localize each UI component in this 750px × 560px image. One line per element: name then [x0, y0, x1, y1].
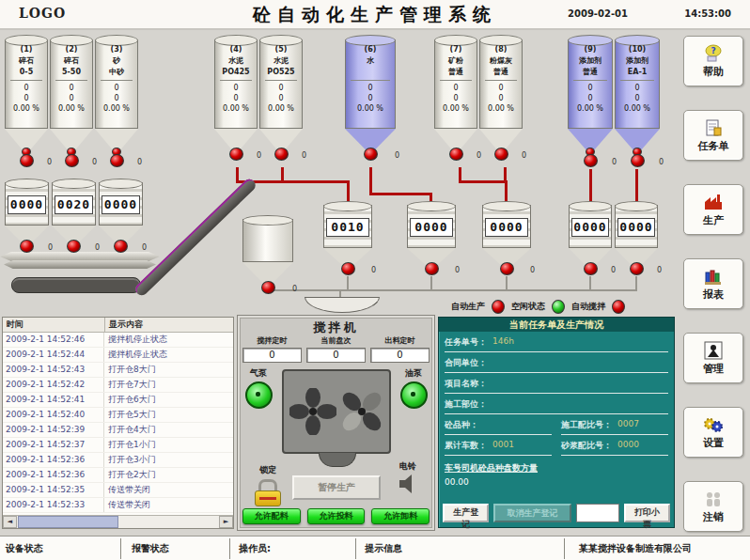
silo-funnel	[479, 129, 523, 149]
log-message: 传送带关闭	[104, 483, 233, 497]
silo-percent: 0.00 %	[260, 103, 302, 114]
column-header: 盘数	[504, 462, 521, 474]
horizontal-scrollbar[interactable]: ◄ ►	[3, 515, 233, 528]
inclined-conveyor-belt[interactable]	[133, 177, 258, 298]
log-row[interactable]: 2009-2-1 14:52:39 打开仓4大门	[3, 423, 233, 438]
gate-valve-indicator[interactable]	[494, 148, 508, 161]
log-message: 搅拌机停止状态	[104, 348, 233, 362]
silo: (7) 矿粉 普通 0 0 0.00 % 0	[434, 39, 477, 161]
log-time: 2009-2-1 14:52:46	[3, 333, 104, 347]
settings-button[interactable]: 设置	[683, 407, 743, 458]
production-register-button[interactable]: 生产登记	[443, 504, 489, 522]
water-weigh-hopper: 0000 0	[407, 205, 456, 275]
silo-value: 0	[6, 93, 47, 103]
task-field-value: 0000	[617, 440, 639, 455]
task-field-label: 砂浆配比号：	[561, 440, 612, 455]
gate-valve-indicator[interactable]	[364, 148, 378, 161]
gate-valve-indicator[interactable]	[584, 154, 598, 167]
task-orders-button[interactable]: 任务单	[683, 110, 743, 161]
pause-production-button[interactable]: 暂停生产	[292, 475, 381, 500]
task-input-field[interactable]	[576, 504, 619, 522]
silo-number: (9)	[569, 44, 612, 55]
log-row[interactable]: 2009-2-1 14:52:40 打开仓5大门	[3, 408, 233, 423]
log-row[interactable]: 2009-2-1 14:52:42 打开仓7大门	[3, 378, 233, 393]
silo-spec: 普通	[435, 67, 477, 78]
page-title: 砼自动化生产管理系统	[253, 3, 497, 27]
flat-conveyor-belt[interactable]	[11, 277, 141, 293]
air-pump-indicator[interactable]	[245, 381, 273, 409]
gate-valve-indicator[interactable]	[261, 281, 275, 294]
allow-button[interactable]: 允许卸料	[371, 508, 430, 524]
task-buttons: 生产登记 取消生产登记 打印小票	[443, 504, 670, 522]
gate-valve-indicator[interactable]	[425, 262, 439, 275]
weighing-tray	[0, 252, 160, 261]
gate-valve-indicator[interactable]	[65, 154, 79, 167]
production-button[interactable]: 生产	[683, 184, 743, 235]
schematic-stage: (1) 碎石 0-5 0 0 0.00 % 0	[0, 30, 750, 536]
gate-valve-indicator[interactable]	[631, 154, 645, 167]
task-field-value: 146h	[492, 336, 514, 351]
gate-valve-indicator[interactable]	[20, 154, 34, 167]
log-row[interactable]: 2009-2-1 14:52:33 传送带关闭	[3, 498, 233, 513]
speaker-icon[interactable]	[398, 473, 418, 495]
additive-silo-group: (9) 添加剂 普通 0 0 0.00 % 0	[568, 39, 660, 167]
gate-valve-indicator[interactable]	[630, 262, 644, 275]
padlock-icon[interactable]	[255, 490, 281, 506]
weight-display: 0010	[326, 218, 369, 237]
weigh-hopper: 0000 0	[5, 182, 49, 253]
log-row[interactable]: 2009-2-1 14:52:35 传送带关闭	[3, 483, 233, 498]
gate-valve-indicator[interactable]	[341, 262, 355, 275]
scroll-right-icon[interactable]: ►	[219, 516, 233, 528]
alarm-status-label: 报警状态	[132, 542, 169, 555]
log-row[interactable]: 2009-2-1 14:52:37 打开仓1小门	[3, 438, 233, 453]
gate-valve-indicator[interactable]	[67, 240, 81, 253]
log-row[interactable]: 2009-2-1 14:52:41 打开仓6大门	[3, 393, 233, 408]
event-log-panel: 时间 显示内容 2009-2-1 14:52:46 搅拌机停止状态 2009-2…	[2, 317, 234, 529]
gate-valve-indicator[interactable]	[274, 148, 289, 161]
date-display: 2009-02-01	[568, 8, 628, 19]
status-light	[612, 300, 625, 314]
silo-value: 0	[480, 93, 522, 103]
weight-display: 0000	[8, 195, 46, 214]
help-button[interactable]: ? 帮助	[683, 36, 743, 86]
logout-button[interactable]: 注销	[683, 481, 743, 532]
gate-valve-indicator[interactable]	[449, 148, 463, 161]
valve-value: 0	[371, 266, 376, 274]
gate-valve-indicator[interactable]	[584, 262, 598, 275]
log-row[interactable]: 2009-2-1 14:52:44 搅拌机停止状态	[3, 348, 233, 363]
oil-pump-indicator[interactable]	[400, 381, 428, 409]
log-time: 2009-2-1 14:52:41	[3, 393, 104, 407]
management-button[interactable]: 管理	[683, 333, 743, 383]
scrollbar-thumb[interactable]	[18, 516, 118, 528]
scroll-left-icon[interactable]: ◄	[3, 516, 17, 528]
scrollbar-track[interactable]	[118, 516, 219, 528]
log-row[interactable]: 2009-2-1 14:52:36 打开仓2大门	[3, 468, 233, 483]
valve-value: 0	[137, 158, 142, 166]
log-row[interactable]: 2009-2-1 14:52:46 搅拌机停止状态	[3, 333, 233, 348]
silo-number: (2)	[51, 44, 92, 55]
log-time: 2009-2-1 14:52:44	[3, 348, 104, 362]
silo-spec: 普通	[480, 67, 522, 78]
log-row[interactable]: 2009-2-1 14:52:43 打开仓8大门	[3, 363, 233, 378]
silo-percent: 0.00 %	[96, 103, 137, 114]
cancel-register-button[interactable]: 取消生产登记	[493, 504, 571, 522]
allow-button[interactable]: 允许配料	[242, 508, 301, 524]
allow-button[interactable]: 允许投料	[307, 508, 366, 524]
powder-silo-group: (7) 矿粉 普通 0 0 0.00 % 0	[434, 39, 523, 161]
reports-button[interactable]: 报表	[683, 258, 743, 309]
silo-number: (8)	[480, 44, 522, 55]
log-message: 打开仓3小门	[104, 453, 233, 467]
gate-valve-indicator[interactable]	[20, 240, 34, 253]
log-row[interactable]: 2009-2-1 14:52:36 打开仓3小门	[3, 453, 233, 468]
gate-valve-indicator[interactable]	[500, 262, 514, 275]
silo-number: (4)	[215, 44, 257, 55]
gate-valve-indicator[interactable]	[229, 148, 243, 161]
gate-valve-indicator[interactable]	[110, 154, 124, 167]
mixer-discharge-gate[interactable]	[319, 453, 356, 467]
print-ticket-button[interactable]: 打印小票	[624, 504, 670, 522]
mixer-drum	[282, 369, 391, 454]
gate-valve-indicator[interactable]	[114, 240, 128, 253]
silo: (8) 粉煤灰 普通 0 0 0.00 % 0	[479, 39, 523, 161]
sidebar-button-label: 任务单	[698, 139, 729, 153]
silo-value: 0	[260, 93, 302, 103]
